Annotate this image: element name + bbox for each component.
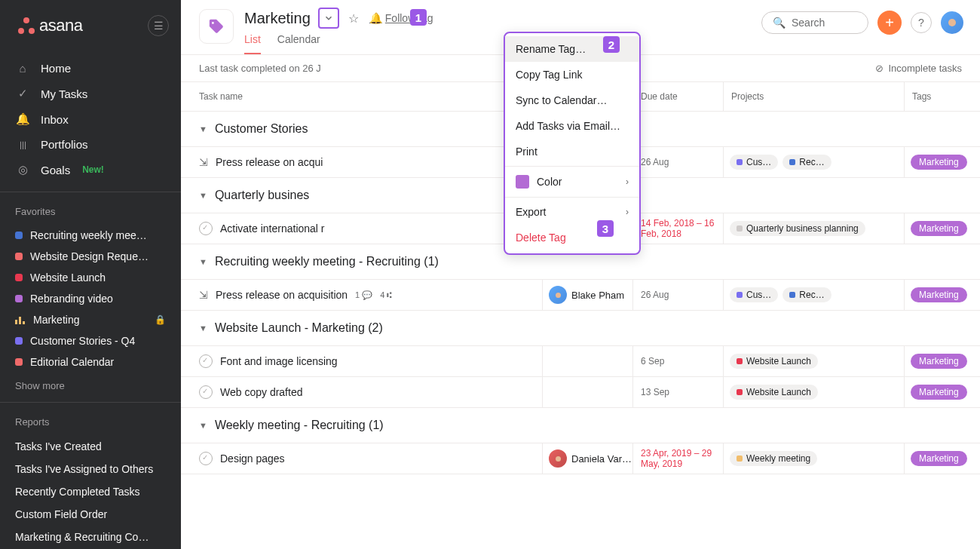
subtask-icon[interactable]: ⇲	[199, 156, 208, 168]
subtask-icon[interactable]: ⇲	[199, 289, 208, 301]
favorite-label: Website Design Reque…	[30, 250, 166, 262]
tag-pill[interactable]: Marketing	[911, 287, 967, 302]
section-title: Recruiting weekly meeting - Recruiting (…	[215, 255, 439, 268]
due-date[interactable]: 14 Feb, 2018 – 16 Feb, 2018	[633, 213, 724, 244]
project-pill[interactable]: Cus…	[730, 155, 778, 170]
logo[interactable]: asana	[18, 16, 82, 35]
sidebar-favorite-item[interactable]: Rebranding video	[0, 288, 181, 309]
brand-name: asana	[39, 16, 82, 35]
project-color-icon	[15, 232, 23, 239]
assignee-name: Blake Pham	[571, 290, 624, 301]
col-due-date[interactable]: Due date	[633, 82, 724, 111]
sidebar-favorite-item[interactable]: Customer Stories - Q4	[0, 330, 181, 351]
last-completed-text: Last task completed on 26 J	[199, 63, 321, 74]
sidebar-favorite-item[interactable]: Website Design Reque…	[0, 246, 181, 267]
task-name: Press release on acqui	[216, 156, 323, 168]
menu-print[interactable]: Print	[505, 139, 639, 164]
home-icon: ⌂	[15, 62, 30, 75]
report-item[interactable]: Marketing & Recruiting Co…	[0, 526, 181, 548]
show-more-button[interactable]: Show more	[0, 373, 181, 399]
project-pill[interactable]: Weekly meeting	[730, 451, 817, 466]
tag-pill[interactable]: Marketing	[911, 354, 967, 369]
complete-toggle-icon[interactable]	[199, 452, 213, 465]
due-date[interactable]: 13 Sep	[633, 377, 724, 407]
tag-actions-dropdown-button[interactable]	[318, 8, 339, 29]
project-pill[interactable]: Rec…	[782, 287, 831, 302]
col-projects[interactable]: Projects	[724, 82, 905, 111]
collapse-sidebar-button[interactable]: ☰	[148, 15, 169, 36]
tag-pill[interactable]: Marketing	[911, 221, 967, 236]
tab-list[interactable]: List	[244, 33, 261, 54]
report-item[interactable]: Custom Field Order	[0, 503, 181, 526]
project-pill[interactable]: Website Launch	[730, 385, 818, 400]
project-pill[interactable]: Cus…	[730, 287, 778, 302]
nav-inbox[interactable]: 🔔Inbox	[0, 106, 181, 132]
assignee-name: Daniela Var…	[571, 453, 632, 465]
complete-toggle-icon[interactable]	[199, 354, 213, 368]
search-input[interactable]: 🔍 Search	[761, 11, 868, 34]
project-pill[interactable]: Quarterly business planning	[730, 221, 865, 236]
page-title: Marketing	[244, 10, 311, 27]
due-date[interactable]: 26 Aug	[633, 147, 724, 177]
menu-sync-calendar[interactable]: Sync to Calendar…	[505, 87, 639, 113]
assignee-avatar	[549, 286, 567, 304]
nav-home[interactable]: ⌂Home	[0, 56, 181, 81]
sidebar-favorite-item[interactable]: Editorial Calendar	[0, 351, 181, 373]
check-circle-icon: ✓	[15, 87, 30, 100]
menu-copy-tag-link[interactable]: Copy Tag Link	[505, 62, 639, 87]
collapse-icon: ▼	[199, 124, 207, 133]
menu-export[interactable]: Export›	[505, 199, 639, 225]
favorite-label: Rebranding video	[30, 293, 166, 305]
section-title: Quarterly busines	[215, 189, 309, 202]
section-header[interactable]: ▼Weekly meeting - Recruiting (1)	[181, 408, 980, 443]
project-pill[interactable]: Website Launch	[730, 354, 818, 369]
menu-add-via-email[interactable]: Add Tasks via Email…	[505, 113, 639, 139]
collapse-icon: ▼	[199, 421, 207, 430]
favorites-heading: Favorites	[0, 203, 181, 225]
nav-goals[interactable]: ◎GoalsNew!	[0, 157, 181, 182]
due-date[interactable]: 23 Apr, 2019 – 29 May, 2019	[633, 443, 724, 474]
project-pill[interactable]: Rec…	[782, 155, 831, 170]
help-button[interactable]: ?	[911, 12, 932, 33]
menu-color[interactable]: Color ›	[505, 168, 639, 195]
complete-toggle-icon[interactable]	[199, 222, 213, 235]
sidebar-favorite-item[interactable]: Marketing🔒	[0, 309, 181, 330]
sidebar: asana ☰ ⌂Home ✓My Tasks 🔔Inbox ⫼Portfoli…	[0, 0, 181, 549]
task-name: Activate international r	[220, 222, 325, 235]
col-tags[interactable]: Tags	[905, 82, 980, 111]
report-item[interactable]: Tasks I've Assigned to Others	[0, 458, 181, 480]
tag-pill[interactable]: Marketing	[911, 451, 967, 466]
col-task-name[interactable]: Task name	[181, 82, 543, 111]
favorite-star-button[interactable]: ☆	[345, 8, 362, 29]
nav-my-tasks[interactable]: ✓My Tasks	[0, 81, 181, 106]
task-row[interactable]: Web copy drafted13 SepWebsite LaunchMark…	[181, 377, 980, 408]
incomplete-tasks-filter[interactable]: ⊘Incomplete tasks	[875, 63, 962, 74]
user-avatar[interactable]	[941, 11, 963, 34]
search-icon: 🔍	[773, 17, 786, 29]
assignee-avatar	[549, 449, 567, 468]
report-item[interactable]: Recently Completed Tasks	[0, 480, 181, 503]
project-color-icon	[15, 274, 23, 281]
sidebar-favorite-item[interactable]: Recruiting weekly mee…	[0, 225, 181, 246]
collapse-icon: ▼	[199, 324, 207, 333]
subtask-count: 4 ⑆	[380, 290, 392, 299]
task-row[interactable]: Design pagesDaniela Var…23 Apr, 2019 – 2…	[181, 443, 980, 474]
menu-delete-tag[interactable]: Delete Tag	[505, 225, 639, 250]
tag-pill[interactable]: Marketing	[911, 155, 967, 170]
task-row[interactable]: ⇲Press release on acquisition1 💬4 ⑆Blake…	[181, 280, 980, 311]
report-item[interactable]: Tasks I've Created	[0, 435, 181, 458]
due-date[interactable]: 26 Aug	[633, 280, 724, 310]
tag-pill[interactable]: Marketing	[911, 385, 967, 400]
section-title: Weekly meeting - Recruiting (1)	[215, 419, 384, 432]
sidebar-favorite-item[interactable]: Website Launch	[0, 267, 181, 288]
task-row[interactable]: Font and image licensing6 SepWebsite Lau…	[181, 346, 980, 377]
complete-toggle-icon[interactable]	[199, 385, 213, 399]
due-date[interactable]: 6 Sep	[633, 346, 724, 376]
tag-icon-box[interactable]	[199, 9, 234, 44]
color-swatch-icon	[516, 175, 529, 189]
nav-portfolios[interactable]: ⫼Portfolios	[0, 132, 181, 157]
global-add-button[interactable]: +	[877, 11, 902, 35]
section-header[interactable]: ▼Website Launch - Marketing (2)	[181, 311, 980, 346]
new-badge: New!	[82, 164, 104, 175]
tab-calendar[interactable]: Calendar	[277, 33, 320, 54]
